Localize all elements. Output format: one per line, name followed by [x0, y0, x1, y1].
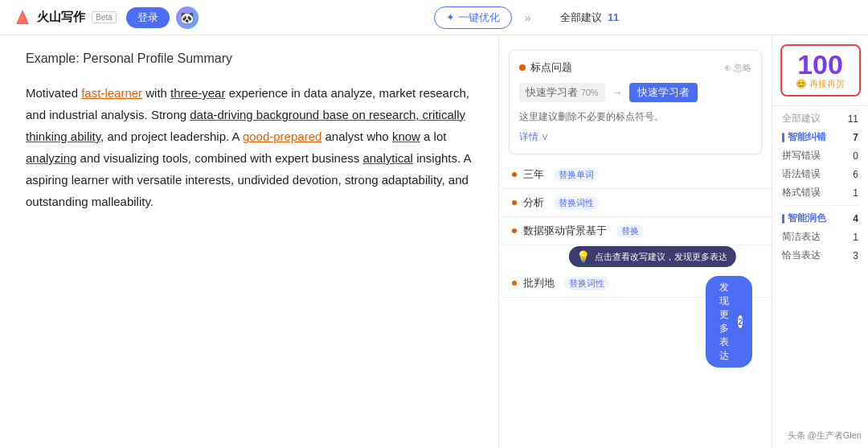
- row-text: 分析: [523, 195, 544, 210]
- card-description: 这里建议删除不必要的标点符号。: [519, 110, 751, 124]
- row-text: 数据驱动背景基于: [523, 224, 607, 238]
- word-suggested[interactable]: 快速学习者: [629, 83, 698, 102]
- suggestion-list-area: 标点问题 ⊕ 忽略 快速学习者 70% → 快速学习者 这里建议删除不必要的标点…: [499, 35, 772, 448]
- word-comparison: 快速学习者 70% → 快速学习者: [519, 83, 751, 102]
- score-label: 😊 再接再厉: [796, 78, 845, 90]
- card-header: 标点问题 ⊕ 忽略: [519, 60, 751, 75]
- suggestion-panel: 标点问题 ⊕ 忽略 快速学习者 70% → 快速学习者 这里建议删除不必要的标点…: [498, 35, 772, 448]
- sidebar-row-spelling[interactable]: 拼写错误 0: [772, 146, 868, 165]
- sidebar-all-suggestions[interactable]: 全部建议 11: [772, 109, 868, 128]
- row-dot-icon: [512, 228, 517, 233]
- sidebar-row-format[interactable]: 格式错误 1: [772, 183, 868, 202]
- logo-icon: [13, 8, 32, 27]
- avatar[interactable]: 🐼: [176, 6, 199, 29]
- beta-badge: Beta: [92, 11, 117, 23]
- card-dot-icon: [519, 64, 526, 71]
- expand-icon[interactable]: »: [525, 11, 531, 24]
- editor-area: Example: Personal Profile Summary Motiva…: [0, 35, 498, 448]
- right-sidebar: 100 😊 再接再厉 全部建议 11 智能纠错 7 拼写错误 0 语法错误 6 …: [772, 35, 868, 448]
- arrow-icon: →: [612, 86, 623, 99]
- row-badge: 替换词性: [554, 196, 599, 210]
- row-dot-icon: [512, 281, 517, 286]
- all-suggestions-count: 11: [848, 113, 858, 125]
- suggestions-count: 11: [608, 11, 619, 23]
- highlight-three-year: three-year: [170, 86, 225, 100]
- optimize-button[interactable]: ✦ 一键优化: [434, 6, 512, 29]
- discover-count-badge: 2: [738, 315, 743, 328]
- card-ignore-button[interactable]: ⊕ 忽略: [724, 62, 751, 74]
- score-number: 100: [797, 51, 843, 78]
- suggestion-card-punctuation: 标点问题 ⊕ 忽略 快速学习者 70% → 快速学习者 这里建议删除不必要的标点…: [509, 50, 762, 154]
- sidebar-row-proper[interactable]: 恰当表达 3: [772, 246, 868, 265]
- highlight-know: know: [392, 129, 420, 143]
- doc-content: Motivated fast-learner with three-year e…: [26, 82, 473, 212]
- sidebar-category-color: 智能润色 4: [772, 209, 868, 228]
- suggestion-row-sannian: 三年 替换单词: [499, 161, 772, 189]
- tooltip-text: 点击查看改写建议，发现更多表达: [595, 251, 727, 263]
- bottom-tooltip: 💡 点击查看改写建议，发现更多表达: [568, 246, 735, 267]
- highlight-analyzing: analyzing: [26, 151, 76, 165]
- main-layout: Example: Personal Profile Summary Motiva…: [0, 35, 868, 448]
- row-dot-icon: [512, 172, 517, 177]
- top-bar: 火山写作 Beta 登录 🐼 ✦ 一键优化 » 全部建议 11: [0, 0, 868, 35]
- row-badge: 替换: [616, 224, 644, 238]
- suggestions-label: 全部建议 11: [560, 10, 620, 25]
- suggestion-row-fenxi: 分析 替换词性: [499, 189, 772, 217]
- sidebar-divider: [782, 205, 858, 206]
- suggestion-row-data-driven: 数据驱动背景基于 替换 💡 点击查看改写建议，发现更多表达: [499, 217, 772, 245]
- login-button[interactable]: 登录: [126, 7, 170, 28]
- tooltip-lightbulb-icon: 💡: [576, 250, 590, 263]
- row-badge: 替换单词: [554, 168, 599, 182]
- row-dot-icon: [512, 200, 517, 205]
- sidebar-category-smart: 智能纠错 7: [772, 128, 868, 146]
- row-text: 三年: [523, 167, 544, 182]
- highlight-good-prepared: good-prepared: [243, 129, 321, 143]
- row-text: 批判地: [523, 276, 555, 290]
- card-title: 标点问题: [530, 60, 572, 75]
- watermark: 头条 @生产者Glen: [788, 430, 862, 442]
- card-detail-link[interactable]: 详情 ∨: [519, 130, 751, 144]
- sidebar-row-concise[interactable]: 简洁表达 1: [772, 228, 868, 246]
- word-original: 快速学习者 70%: [519, 83, 605, 102]
- card-tag: 标点问题: [519, 60, 572, 75]
- word-score: 70%: [581, 88, 599, 97]
- discover-button[interactable]: 发现更多表达 2: [706, 276, 752, 368]
- doc-title: Example: Personal Profile Summary: [26, 51, 473, 66]
- score-box: 100 😊 再接再厉: [780, 44, 861, 97]
- top-bar-center: ✦ 一键优化 » 全部建议 11: [199, 6, 855, 29]
- highlight-fast-learner: fast-learner: [81, 86, 142, 100]
- sidebar-row-grammar[interactable]: 语法错误 6: [772, 165, 868, 183]
- logo-area: 火山写作 Beta: [13, 8, 117, 27]
- highlight-analytical: analytical: [362, 151, 413, 165]
- score-box-wrapper: 100 😊 再接再厉: [772, 42, 868, 106]
- row-badge: 替换词性: [564, 277, 609, 290]
- logo-text: 火山写作: [37, 10, 85, 25]
